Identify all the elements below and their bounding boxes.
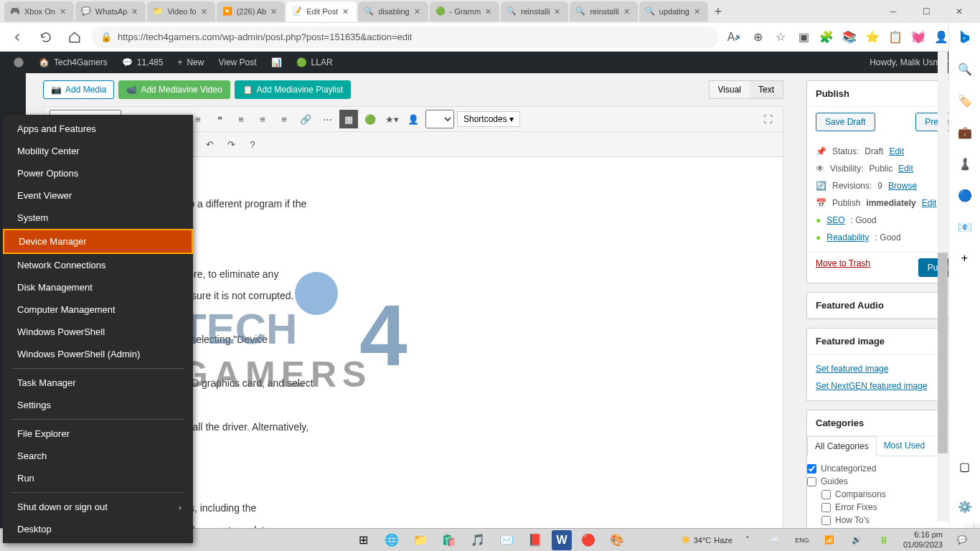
cat-comparisons-checkbox[interactable] <box>821 490 831 499</box>
language-tray-icon[interactable]: ENG <box>790 529 814 552</box>
text-tab[interactable]: Text <box>750 81 783 98</box>
close-icon[interactable]: ✕ <box>342 7 351 16</box>
winx-run[interactable]: Run <box>3 467 193 489</box>
edit-date-link[interactable]: Edit <box>922 198 937 208</box>
briefcase-icon[interactable]: 💼 <box>956 123 974 141</box>
add-mediavine-video-button[interactable]: 📹 Add Mediavine Video <box>118 80 230 99</box>
zoom-icon[interactable]: ⊕ <box>748 27 768 47</box>
tag-icon[interactable]: 🏷️ <box>956 92 974 109</box>
ext5-icon[interactable]: 📋 <box>885 27 905 47</box>
task-view-icon[interactable]: ⊞ <box>351 529 375 552</box>
paint-taskbar-icon[interactable]: 🎨 <box>605 529 629 552</box>
winx-desktop[interactable]: Desktop <box>3 518 193 540</box>
onedrive-tray-icon[interactable]: ☁️ <box>763 529 787 552</box>
redo-button[interactable]: ↷ <box>222 135 240 154</box>
chess-icon[interactable]: ♟️ <box>956 155 974 172</box>
search-sidebar-icon[interactable]: 🔍 <box>956 60 974 77</box>
view-post-link[interactable]: View Post <box>211 52 263 73</box>
green-circle-button[interactable]: 🟢 <box>361 110 380 128</box>
window-close[interactable]: ✕ <box>943 0 976 23</box>
most-used-tab[interactable]: Most Used <box>877 436 932 456</box>
winx-system[interactable]: System <box>3 207 193 229</box>
opera-taskbar-icon[interactable]: 🔴 <box>576 529 600 552</box>
align-right-button[interactable]: ≡ <box>275 110 293 128</box>
tab-whatsapp[interactable]: 💬WhatsAp✕ <box>75 1 146 22</box>
tab-reinstall2[interactable]: 🔍reinstalli✕ <box>570 1 637 22</box>
outlook-icon[interactable]: 📧 <box>956 218 974 235</box>
settings-sidebar-icon[interactable]: ⚙️ <box>956 498 974 515</box>
close-icon[interactable]: ✕ <box>414 7 423 16</box>
address-bar[interactable]: 🔒 https://tech4gamers.com/wp-admin/post.… <box>92 27 719 48</box>
link-button[interactable]: 🔗 <box>296 110 315 128</box>
align-center-button[interactable]: ≡ <box>253 110 272 128</box>
winx-file-explorer[interactable]: File Explorer <box>3 423 193 445</box>
page-scrollbar[interactable] <box>938 52 948 522</box>
ext4-icon[interactable]: ⭐ <box>862 27 882 47</box>
browse-revisions-link[interactable]: Browse <box>888 181 917 191</box>
ext6-icon[interactable]: 💓 <box>908 27 928 47</box>
weather-temp[interactable]: 34°C <box>694 536 712 545</box>
refresh-button[interactable] <box>34 26 57 49</box>
bing-icon[interactable] <box>956 29 974 46</box>
llar-link[interactable]: 🟢 LLAR <box>289 52 340 73</box>
window-maximize[interactable]: ☐ <box>910 0 943 23</box>
toggle-toolbar-button[interactable]: ▦ <box>339 110 358 128</box>
close-icon[interactable]: ✕ <box>270 7 279 16</box>
edit-visibility-link[interactable]: Edit <box>898 164 913 174</box>
tab-editpost[interactable]: 📝Edit Post✕ <box>286 1 357 22</box>
close-icon[interactable]: ✕ <box>554 7 562 16</box>
tab-drive[interactable]: 📁Video fo✕ <box>147 1 215 22</box>
extensions-icon[interactable]: 🧩 <box>816 27 837 47</box>
mail-taskbar-icon[interactable]: ✉️ <box>494 529 519 552</box>
winx-power-options[interactable]: Power Options <box>3 162 193 184</box>
close-icon[interactable]: ✕ <box>131 7 140 16</box>
notifications-tray-icon[interactable]: 💬 <box>950 529 974 552</box>
close-icon[interactable]: ✕ <box>623 7 632 16</box>
readability-link[interactable]: Readability <box>826 232 869 242</box>
cat-errorfixes-checkbox[interactable] <box>821 503 831 512</box>
plus-sidebar-icon[interactable]: + <box>956 250 974 267</box>
volume-tray-icon[interactable]: 🔊 <box>844 529 869 552</box>
wp-logo[interactable] <box>6 52 32 73</box>
read-aloud-icon[interactable]: A🔊 <box>725 27 745 47</box>
tab-updating[interactable]: 🔍updating✕ <box>639 1 708 22</box>
quote-button[interactable]: ❝ <box>210 110 229 128</box>
close-icon[interactable]: ✕ <box>694 7 702 16</box>
winx-shutdown[interactable]: Shut down or sign out› <box>3 496 193 518</box>
set-nextgen-image-link[interactable]: Set NextGEN featured image <box>816 381 927 391</box>
visual-tab[interactable]: Visual <box>710 81 750 98</box>
tab-grammarly[interactable]: 🟢 - Gramm✕ <box>430 1 499 22</box>
tab-xbox[interactable]: 🎮Xbox On✕ <box>4 1 74 22</box>
back-button[interactable] <box>6 26 29 49</box>
close-icon[interactable]: ✕ <box>485 7 494 16</box>
move-to-trash-link[interactable]: Move to Trash <box>816 258 870 277</box>
home-button[interactable] <box>63 26 86 49</box>
weather-condition[interactable]: Haze <box>714 536 732 545</box>
more-button[interactable]: ⋯ <box>318 110 336 128</box>
close-icon[interactable]: ✕ <box>60 7 68 16</box>
close-icon[interactable]: ✕ <box>201 7 209 16</box>
all-categories-tab[interactable]: All Categories <box>807 436 877 456</box>
cat-howtos-checkbox[interactable] <box>821 516 831 525</box>
collections-icon[interactable]: 📚 <box>839 27 859 47</box>
edit-status-link[interactable]: Edit <box>889 146 904 156</box>
person-button[interactable]: 👤 <box>404 110 423 128</box>
comments-link[interactable]: 💬 11,485 <box>115 52 171 73</box>
seo-link[interactable]: SEO <box>826 215 844 225</box>
add-mediavine-playlist-button[interactable]: 📋 Add Mediavine Playlist <box>235 80 352 99</box>
site-link[interactable]: 🏠 Tech4Gamers <box>32 52 115 73</box>
window-minimize[interactable]: ─ <box>877 0 910 23</box>
tray-chevron-icon[interactable]: ˄ <box>735 529 760 552</box>
set-featured-image-link[interactable]: Set featured image <box>816 364 888 374</box>
word-taskbar-icon[interactable]: W <box>552 530 572 550</box>
font-size-select[interactable] <box>425 110 454 128</box>
explorer-taskbar-icon[interactable]: 📁 <box>408 529 433 552</box>
add-media-button[interactable]: 📷 Add Media <box>43 80 114 99</box>
tab-disabling[interactable]: 🔍disabling✕ <box>358 1 428 22</box>
undo-button[interactable]: ↶ <box>200 135 219 154</box>
edge-icon[interactable]: 🔵 <box>956 187 974 204</box>
sidebar-toggle-icon[interactable]: ▢ <box>956 458 974 475</box>
winx-powershell[interactable]: Windows PowerShell <box>3 321 193 343</box>
winx-computer-management[interactable]: Computer Management <box>3 298 193 321</box>
yoast-link[interactable]: 📊 <box>264 52 289 73</box>
